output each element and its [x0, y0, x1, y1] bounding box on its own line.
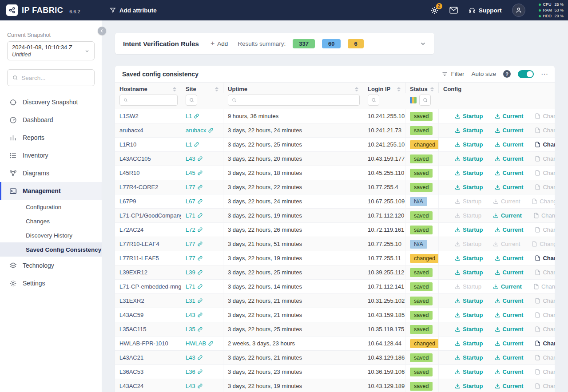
startup-link[interactable]: Startup — [455, 127, 483, 134]
current-link[interactable]: Current — [493, 283, 522, 290]
notifications-gear-button[interactable]: 2 — [430, 6, 439, 15]
hostname-link[interactable]: L35AC115 — [119, 326, 146, 333]
more-options-button[interactable]: ⋯ — [541, 70, 548, 78]
site-link[interactable]: L35 — [186, 326, 203, 333]
sort-icon[interactable] — [397, 87, 401, 91]
hostname-link[interactable]: L36AC53 — [119, 368, 143, 375]
results-count-blue[interactable]: 60 — [322, 39, 341, 48]
hostname-link[interactable]: L1SW2 — [119, 113, 139, 119]
startup-link[interactable]: Startup — [455, 212, 481, 219]
changes-link[interactable]: Changes — [535, 383, 555, 389]
sidebar-search-input[interactable] — [21, 75, 89, 81]
changes-link[interactable]: Changes — [535, 269, 555, 276]
current-link[interactable]: Current — [495, 354, 524, 361]
site-link[interactable]: L77 — [186, 184, 203, 190]
site-link[interactable]: L43 — [186, 312, 203, 318]
current-link[interactable]: Current — [495, 155, 524, 162]
hostname-link[interactable]: L77R4-CORE2 — [119, 184, 158, 190]
current-link[interactable]: Current — [495, 269, 524, 276]
current-link[interactable]: Current — [495, 184, 524, 190]
sidebar-item-inventory[interactable]: Inventory — [0, 147, 102, 164]
current-link[interactable]: Current — [493, 198, 520, 205]
hostname-link[interactable]: L43AC59 — [119, 312, 143, 318]
add-attribute-button[interactable]: Add attribute — [110, 7, 157, 14]
changes-link[interactable]: Changes — [535, 155, 555, 162]
changes-link[interactable]: Changes — [535, 127, 555, 134]
results-count-amber[interactable]: 6 — [348, 39, 363, 48]
site-link[interactable]: L43 — [186, 354, 203, 361]
uptime-filter[interactable] — [228, 95, 360, 106]
changes-link[interactable]: Changes — [535, 326, 555, 333]
changes-link[interactable]: Changes — [535, 368, 555, 375]
sidebar-item-discovery-snapshot[interactable]: Discovery Snapshot — [0, 93, 102, 111]
hostname-link[interactable]: L45R10 — [119, 170, 140, 176]
site-link[interactable]: arubacx — [186, 127, 213, 134]
current-link[interactable]: Current — [495, 141, 524, 148]
site-link[interactable]: L77 — [186, 241, 203, 247]
status-filter-button[interactable] — [419, 95, 431, 106]
site-link[interactable]: L31 — [186, 297, 203, 304]
hostname-link[interactable]: arubacx4 — [119, 127, 143, 134]
startup-link[interactable]: Startup — [455, 170, 483, 176]
changes-link[interactable]: Changes — [535, 255, 555, 261]
sidebar-collapse-button[interactable] — [98, 27, 106, 35]
column-header-login-ip[interactable]: Login IP — [363, 83, 405, 93]
changes-link[interactable]: Changes — [532, 198, 555, 205]
startup-link[interactable]: Startup — [455, 383, 483, 389]
sidebar-item-reports[interactable]: Reports — [0, 129, 102, 147]
site-link[interactable]: L36 — [186, 368, 203, 375]
hostname-filter-input[interactable] — [130, 97, 174, 103]
sidebar-item-settings[interactable]: Settings — [0, 274, 102, 292]
site-link[interactable]: L71 — [186, 283, 203, 290]
site-link[interactable]: L1 — [186, 141, 199, 148]
sort-icon[interactable] — [215, 87, 219, 91]
startup-link[interactable]: Startup — [455, 255, 483, 261]
site-link[interactable]: L67 — [186, 198, 203, 205]
changes-link[interactable]: Changes — [535, 113, 555, 119]
site-link[interactable]: L1 — [186, 113, 199, 119]
current-link[interactable]: Current — [495, 127, 524, 134]
sidebar-search[interactable] — [7, 69, 95, 86]
startup-link[interactable]: Startup — [455, 283, 481, 290]
current-link[interactable]: Current — [495, 340, 524, 347]
startup-link[interactable]: Startup — [455, 155, 483, 162]
current-link[interactable]: Current — [495, 326, 524, 333]
status-color-filter-icon[interactable] — [410, 97, 417, 103]
user-avatar[interactable] — [512, 4, 525, 17]
startup-link[interactable]: Startup — [455, 141, 483, 148]
results-count-green[interactable]: 337 — [293, 39, 315, 48]
site-link[interactable]: L77 — [186, 255, 203, 261]
site-link[interactable]: L71 — [186, 212, 203, 219]
site-filter-button[interactable] — [186, 95, 197, 106]
column-header-status[interactable]: Status — [405, 83, 439, 93]
sort-icon[interactable] — [430, 87, 435, 91]
messages-button[interactable] — [449, 7, 458, 14]
changes-link[interactable]: Changes — [535, 340, 555, 347]
autosize-toggle[interactable] — [518, 70, 534, 78]
site-link[interactable]: HWLAB — [186, 340, 213, 347]
login-ip-filter-button[interactable] — [368, 95, 379, 106]
site-link[interactable]: L39 — [186, 269, 203, 276]
brand-logo[interactable]: IP FABRIC 6.6.2 — [6, 4, 80, 16]
hostname-link[interactable]: L43AC24 — [119, 383, 143, 389]
hostname-link[interactable]: L1R10 — [119, 141, 136, 148]
startup-link[interactable]: Startup — [455, 326, 483, 333]
sidebar-item-dashboard[interactable]: Dashboard — [0, 111, 102, 129]
sidebar-item-diagrams[interactable]: Diagrams — [0, 164, 102, 182]
hostname-link[interactable]: L39EXR12 — [119, 269, 147, 276]
site-link[interactable]: L45 — [186, 170, 203, 176]
startup-link[interactable]: Startup — [455, 184, 483, 190]
site-link[interactable]: L72 — [186, 226, 203, 233]
support-button[interactable]: Support — [469, 7, 502, 14]
sidebar-item-management[interactable]: Management — [0, 182, 102, 200]
current-link[interactable]: Current — [495, 170, 524, 176]
sidebar-item-discovery-history[interactable]: Discovery History — [0, 228, 102, 242]
expand-rules-button[interactable] — [420, 40, 426, 47]
column-header-hostname[interactable]: Hostname — [115, 83, 181, 93]
sort-icon[interactable] — [173, 87, 177, 91]
startup-link[interactable]: Startup — [455, 340, 483, 347]
startup-link[interactable]: Startup — [455, 241, 481, 247]
sidebar-item-saved-config-consistency[interactable]: Saved Config Consistency — [0, 242, 102, 257]
changes-link[interactable]: Changes — [533, 212, 555, 219]
help-button[interactable]: ? — [503, 70, 511, 78]
